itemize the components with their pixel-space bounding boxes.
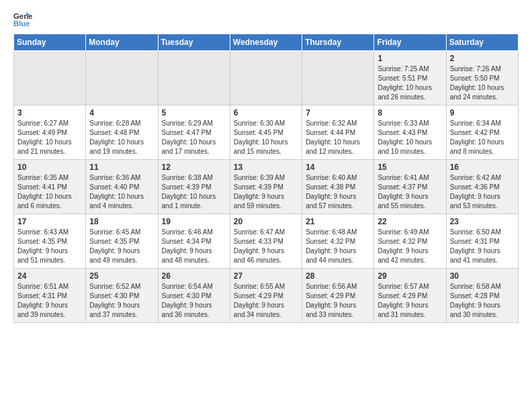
calendar-cell <box>14 51 86 105</box>
calendar-table: SundayMondayTuesdayWednesdayThursdayFrid… <box>13 34 519 323</box>
day-info: Sunrise: 6:51 AM Sunset: 4:31 PM Dayligh… <box>17 282 82 320</box>
weekday-header: Thursday <box>302 34 374 51</box>
calendar-cell: 8Sunrise: 6:33 AM Sunset: 4:43 PM Daylig… <box>374 105 446 160</box>
day-info: Sunrise: 6:42 AM Sunset: 4:36 PM Dayligh… <box>450 173 515 211</box>
day-number: 9 <box>450 108 515 118</box>
day-info: Sunrise: 6:45 AM Sunset: 4:35 PM Dayligh… <box>89 228 154 265</box>
day-number: 24 <box>17 271 82 281</box>
calendar-cell: 27Sunrise: 6:55 AM Sunset: 4:29 PM Dayli… <box>230 269 302 323</box>
calendar-cell: 1Sunrise: 7:25 AM Sunset: 5:51 PM Daylig… <box>374 51 446 105</box>
day-info: Sunrise: 6:57 AM Sunset: 4:29 PM Dayligh… <box>378 282 442 320</box>
day-number: 6 <box>234 108 298 118</box>
calendar-cell: 24Sunrise: 6:51 AM Sunset: 4:31 PM Dayli… <box>14 269 86 323</box>
day-number: 23 <box>450 217 515 226</box>
day-info: Sunrise: 6:56 AM Sunset: 4:29 PM Dayligh… <box>306 282 370 320</box>
weekday-header: Monday <box>86 34 158 51</box>
calendar-cell: 3Sunrise: 6:27 AM Sunset: 4:49 PM Daylig… <box>14 105 86 160</box>
day-info: Sunrise: 6:54 AM Sunset: 4:30 PM Dayligh… <box>162 282 226 320</box>
calendar-cell: 26Sunrise: 6:54 AM Sunset: 4:30 PM Dayli… <box>158 269 230 323</box>
calendar-cell: 2Sunrise: 7:26 AM Sunset: 5:50 PM Daylig… <box>446 51 518 105</box>
calendar-cell <box>158 51 230 105</box>
day-number: 29 <box>378 271 442 281</box>
calendar-cell: 22Sunrise: 6:49 AM Sunset: 4:32 PM Dayli… <box>374 214 446 269</box>
day-number: 20 <box>234 217 298 226</box>
calendar-header: SundayMondayTuesdayWednesdayThursdayFrid… <box>14 34 519 51</box>
day-info: Sunrise: 6:27 AM Sunset: 4:49 PM Dayligh… <box>17 119 82 156</box>
calendar-cell: 15Sunrise: 6:41 AM Sunset: 4:37 PM Dayli… <box>374 160 446 214</box>
day-number: 19 <box>162 217 226 226</box>
calendar-cell: 11Sunrise: 6:36 AM Sunset: 4:40 PM Dayli… <box>86 160 158 214</box>
day-number: 4 <box>89 108 154 118</box>
day-number: 1 <box>378 54 442 63</box>
day-number: 17 <box>17 217 82 226</box>
day-info: Sunrise: 6:46 AM Sunset: 4:34 PM Dayligh… <box>162 228 226 265</box>
day-info: Sunrise: 6:39 AM Sunset: 4:39 PM Dayligh… <box>234 173 298 211</box>
day-info: Sunrise: 6:38 AM Sunset: 4:39 PM Dayligh… <box>162 173 226 211</box>
weekday-header: Wednesday <box>230 34 302 51</box>
day-number: 27 <box>234 271 298 281</box>
day-info: Sunrise: 6:48 AM Sunset: 4:32 PM Dayligh… <box>306 228 370 265</box>
day-number: 3 <box>17 108 82 118</box>
calendar-cell: 16Sunrise: 6:42 AM Sunset: 4:36 PM Dayli… <box>446 160 518 214</box>
day-info: Sunrise: 6:30 AM Sunset: 4:45 PM Dayligh… <box>234 119 298 156</box>
calendar-cell: 23Sunrise: 6:50 AM Sunset: 4:31 PM Dayli… <box>446 214 518 269</box>
weekday-header: Sunday <box>14 34 86 51</box>
day-number: 5 <box>162 108 226 118</box>
calendar-cell: 30Sunrise: 6:58 AM Sunset: 4:28 PM Dayli… <box>446 269 518 323</box>
calendar-cell: 7Sunrise: 6:32 AM Sunset: 4:44 PM Daylig… <box>302 105 374 160</box>
calendar-cell: 13Sunrise: 6:39 AM Sunset: 4:39 PM Dayli… <box>230 160 302 214</box>
calendar-cell: 5Sunrise: 6:29 AM Sunset: 4:47 PM Daylig… <box>158 105 230 160</box>
day-number: 11 <box>89 163 154 172</box>
day-number: 22 <box>378 217 442 226</box>
day-info: Sunrise: 6:49 AM Sunset: 4:32 PM Dayligh… <box>378 228 442 265</box>
day-number: 25 <box>89 271 154 281</box>
day-number: 28 <box>306 271 370 281</box>
day-info: Sunrise: 6:43 AM Sunset: 4:35 PM Dayligh… <box>17 228 82 265</box>
day-number: 18 <box>89 217 154 226</box>
day-number: 26 <box>162 271 226 281</box>
calendar-cell: 29Sunrise: 6:57 AM Sunset: 4:29 PM Dayli… <box>374 269 446 323</box>
day-info: Sunrise: 6:34 AM Sunset: 4:42 PM Dayligh… <box>450 119 515 156</box>
calendar-cell: 12Sunrise: 6:38 AM Sunset: 4:39 PM Dayli… <box>158 160 230 214</box>
day-info: Sunrise: 6:58 AM Sunset: 4:28 PM Dayligh… <box>450 282 515 320</box>
day-info: Sunrise: 6:33 AM Sunset: 4:43 PM Dayligh… <box>378 119 442 156</box>
day-info: Sunrise: 6:50 AM Sunset: 4:31 PM Dayligh… <box>450 228 515 265</box>
logo-icon: General Blue <box>13 11 32 30</box>
day-info: Sunrise: 6:35 AM Sunset: 4:41 PM Dayligh… <box>17 173 82 211</box>
day-info: Sunrise: 6:32 AM Sunset: 4:44 PM Dayligh… <box>306 119 370 156</box>
calendar-cell: 21Sunrise: 6:48 AM Sunset: 4:32 PM Dayli… <box>302 214 374 269</box>
calendar-cell: 19Sunrise: 6:46 AM Sunset: 4:34 PM Dayli… <box>158 214 230 269</box>
day-info: Sunrise: 6:40 AM Sunset: 4:38 PM Dayligh… <box>306 173 370 211</box>
day-number: 10 <box>17 163 82 172</box>
day-info: Sunrise: 6:36 AM Sunset: 4:40 PM Dayligh… <box>89 173 154 211</box>
calendar-cell: 10Sunrise: 6:35 AM Sunset: 4:41 PM Dayli… <box>14 160 86 214</box>
day-number: 21 <box>306 217 370 226</box>
day-info: Sunrise: 6:52 AM Sunset: 4:30 PM Dayligh… <box>89 282 154 320</box>
day-number: 16 <box>450 163 515 172</box>
calendar-cell: 14Sunrise: 6:40 AM Sunset: 4:38 PM Dayli… <box>302 160 374 214</box>
calendar-cell: 20Sunrise: 6:47 AM Sunset: 4:33 PM Dayli… <box>230 214 302 269</box>
svg-text:Blue: Blue <box>13 19 30 28</box>
weekday-header: Saturday <box>446 34 518 51</box>
day-info: Sunrise: 6:41 AM Sunset: 4:37 PM Dayligh… <box>378 173 442 211</box>
logo: General Blue <box>13 11 35 30</box>
calendar-cell: 6Sunrise: 6:30 AM Sunset: 4:45 PM Daylig… <box>230 105 302 160</box>
day-number: 7 <box>306 108 370 118</box>
calendar-cell <box>230 51 302 105</box>
day-number: 12 <box>162 163 226 172</box>
calendar-cell: 25Sunrise: 6:52 AM Sunset: 4:30 PM Dayli… <box>86 269 158 323</box>
day-info: Sunrise: 7:25 AM Sunset: 5:51 PM Dayligh… <box>378 64 442 102</box>
calendar-cell: 28Sunrise: 6:56 AM Sunset: 4:29 PM Dayli… <box>302 269 374 323</box>
day-number: 30 <box>450 271 515 281</box>
day-info: Sunrise: 6:47 AM Sunset: 4:33 PM Dayligh… <box>234 228 298 265</box>
day-info: Sunrise: 7:26 AM Sunset: 5:50 PM Dayligh… <box>450 64 515 102</box>
day-number: 8 <box>378 108 442 118</box>
calendar-cell: 17Sunrise: 6:43 AM Sunset: 4:35 PM Dayli… <box>14 214 86 269</box>
day-number: 15 <box>378 163 442 172</box>
weekday-header: Friday <box>374 34 446 51</box>
day-info: Sunrise: 6:28 AM Sunset: 4:48 PM Dayligh… <box>89 119 154 156</box>
day-number: 13 <box>234 163 298 172</box>
calendar-cell <box>86 51 158 105</box>
calendar-cell <box>302 51 374 105</box>
calendar-cell: 9Sunrise: 6:34 AM Sunset: 4:42 PM Daylig… <box>446 105 518 160</box>
